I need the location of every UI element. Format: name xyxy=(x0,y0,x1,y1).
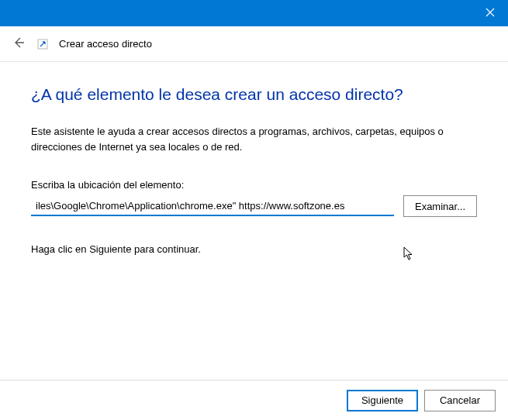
footer: Siguiente Cancelar xyxy=(0,380,508,420)
continue-text: Haga clic en Siguiente para continuar. xyxy=(31,243,477,255)
description-text: Este asistente le ayuda a crear accesos … xyxy=(31,124,477,154)
next-button[interactable]: Siguiente xyxy=(347,390,418,411)
location-label: Escriba la ubicación del elemento: xyxy=(31,179,477,191)
content-area: ¿A qué elemento le desea crear un acceso… xyxy=(0,62,508,255)
titlebar xyxy=(0,0,508,26)
back-button[interactable] xyxy=(11,36,26,52)
wizard-title: Crear acceso directo xyxy=(59,38,152,50)
browse-button[interactable]: Examinar... xyxy=(403,195,477,217)
cancel-button[interactable]: Cancelar xyxy=(424,390,496,411)
shortcut-icon xyxy=(37,39,48,50)
back-arrow-icon xyxy=(12,36,25,52)
main-question: ¿A qué elemento le desea crear un acceso… xyxy=(31,85,477,104)
input-row: Examinar... xyxy=(31,195,477,217)
close-icon xyxy=(486,6,495,20)
wizard-header: Crear acceso directo xyxy=(0,26,508,62)
location-input[interactable] xyxy=(31,196,394,216)
close-button[interactable] xyxy=(472,0,508,26)
